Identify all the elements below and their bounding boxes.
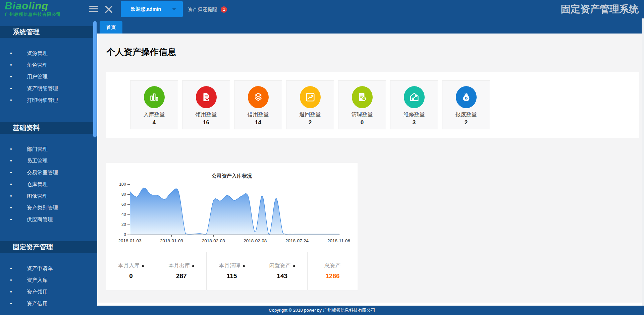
sidebar-item-label: 资产明细管理 — [27, 85, 58, 91]
sidebar-section-2[interactable]: 固定资产管理 — [0, 241, 97, 253]
sidebar: 系统管理•资源管理•角色管理•用户管理•资产明细管理•打印明细管理基础资料•部门… — [0, 18, 97, 315]
dot-icon — [192, 265, 194, 267]
sidebar-item[interactable]: •部门管理 — [0, 143, 97, 155]
sidebar-item[interactable]: •角色管理 — [0, 59, 97, 71]
page-scrollbar-track[interactable] — [642, 18, 644, 306]
sidebar-item[interactable]: •资产入库 — [0, 274, 97, 286]
summary-stat-label: 本月清理 — [207, 262, 257, 269]
sidebar-item-label: 部门管理 — [27, 146, 48, 152]
summary-stat: 本月出库287 — [156, 252, 207, 290]
summary-stat-label: 本月入库 — [106, 262, 156, 269]
sidebar-item[interactable]: •交易常量管理 — [0, 167, 97, 178]
summary-stat-value: 287 — [156, 272, 206, 280]
stat-card-label: 报废数量 — [442, 111, 490, 118]
document-clock-icon — [352, 86, 373, 108]
summary-stat-value: 143 — [257, 272, 307, 280]
stat-card-value: 3 — [390, 119, 438, 126]
tab-home[interactable]: 首页 — [100, 21, 122, 34]
sidebar-item[interactable]: •资产领用 — [0, 286, 97, 298]
svg-text:100: 100 — [119, 182, 126, 187]
summary-stat-value: 1286 — [308, 272, 358, 280]
stat-cards-panel: 入库数量4 领用数量16 借用数量14 退回数量2 清理数量0 维修数量3 $报… — [106, 72, 639, 138]
svg-text:0: 0 — [124, 232, 126, 237]
sidebar-item[interactable]: •资产明细管理 — [0, 82, 97, 94]
stat-card-label: 退回数量 — [286, 111, 334, 118]
stat-card: $报废数量2 — [442, 80, 490, 129]
sidebar-item[interactable]: •员工管理 — [0, 155, 97, 167]
return-reminder[interactable]: 资产归还提醒 1 — [188, 0, 227, 18]
bullet-icon: • — [10, 190, 27, 202]
document-check-icon — [196, 86, 217, 108]
sidebar-scrollbar-thumb[interactable] — [93, 21, 97, 137]
app-root: Biaoling 广州标领信息科技有限公司 欢迎您,admin 资产归还提醒 1… — [0, 0, 644, 315]
bar-chart-icon — [144, 86, 165, 108]
stat-card-value: 0 — [338, 119, 386, 126]
summary-stat-label: 本月出库 — [156, 262, 206, 269]
stat-cards-row: 入库数量4 领用数量16 借用数量14 退回数量2 清理数量0 维修数量3 $报… — [130, 80, 490, 129]
home-wrench-icon — [404, 86, 425, 108]
stat-card-label: 清理数量 — [338, 111, 386, 118]
svg-text:80: 80 — [121, 192, 126, 197]
stat-card-label: 入库数量 — [130, 111, 178, 118]
main-content: 个人资产操作信息 入库数量4 领用数量16 借用数量14 退回数量2 清理数量0… — [97, 34, 642, 303]
sidebar-item[interactable]: •打印明细管理 — [0, 94, 97, 106]
bullet-icon: • — [10, 286, 27, 298]
bullet-icon: • — [10, 178, 27, 190]
stat-card: 维修数量3 — [390, 80, 438, 129]
content-bottom-strip — [97, 303, 642, 306]
sidebar-item-label: 供应商管理 — [27, 216, 53, 222]
stat-card: 退回数量2 — [286, 80, 334, 129]
bullet-icon: • — [10, 47, 27, 59]
sidebar-section-1[interactable]: 基础资料 — [0, 122, 97, 134]
svg-text:2018-07-24: 2018-07-24 — [285, 238, 309, 243]
dot-icon — [293, 265, 295, 267]
svg-text:2018-02-03: 2018-02-03 — [202, 238, 225, 243]
logo-text: Biaoling — [5, 1, 85, 11]
app-title: 固定资产管理系统 — [561, 0, 639, 18]
stat-card-value: 4 — [130, 119, 178, 126]
notification-badge: 1 — [221, 6, 227, 13]
sidebar-item[interactable]: •供应商管理 — [0, 213, 97, 225]
return-reminder-label: 资产归还提醒 — [188, 7, 217, 12]
money-bag-icon: $ — [456, 86, 477, 108]
sidebar-item[interactable]: •仓库管理 — [0, 178, 97, 190]
sidebar-item[interactable]: •资源管理 — [0, 47, 97, 59]
stat-card-label: 领用数量 — [182, 111, 230, 118]
bullet-icon: • — [10, 167, 27, 178]
stat-card-value: 2 — [286, 119, 334, 126]
summary-stat: 本月入库0 — [106, 252, 156, 290]
sidebar-section-0[interactable]: 系统管理 — [0, 26, 97, 38]
layers-icon — [248, 86, 269, 108]
stat-card: 借用数量14 — [234, 80, 282, 129]
bullet-icon: • — [10, 274, 27, 286]
user-dropdown[interactable]: 欢迎您,admin — [121, 1, 183, 17]
stat-card-value: 16 — [182, 119, 230, 126]
company-logo[interactable]: Biaoling 广州标领信息科技有限公司 — [5, 1, 85, 17]
sidebar-item[interactable]: •资产类别管理 — [0, 202, 97, 213]
sidebar-item-label: 用户管理 — [27, 74, 48, 79]
menu-toggle-icon[interactable] — [89, 6, 98, 13]
svg-text:20: 20 — [121, 222, 126, 227]
logo-subtitle: 广州标领信息科技有限公司 — [5, 12, 85, 17]
tab-bar: 首页 — [97, 18, 642, 34]
stat-card-label: 维修数量 — [390, 111, 438, 118]
chevron-down-icon — [172, 8, 176, 10]
sidebar-item-label: 资产类别管理 — [27, 205, 58, 210]
bullet-icon: • — [10, 59, 27, 71]
dot-icon — [243, 265, 245, 267]
sidebar-item-label: 交易常量管理 — [27, 170, 58, 175]
sidebar-item[interactable]: •资产申请单 — [0, 262, 97, 274]
sidebar-menu-0: •资源管理•角色管理•用户管理•资产明细管理•打印明细管理 — [0, 38, 97, 112]
stat-card: 入库数量4 — [130, 80, 178, 129]
welcome-label: 欢迎您,admin — [131, 6, 161, 12]
summary-stat-label: 闲置资产 — [257, 262, 307, 269]
sidebar-item[interactable]: •图像管理 — [0, 190, 97, 202]
sidebar-item[interactable]: •用户管理 — [0, 71, 97, 82]
summary-stat-label: 总资产 — [308, 262, 358, 269]
sidebar-item-label: 资产领用 — [27, 289, 48, 295]
stat-card: 领用数量16 — [182, 80, 230, 129]
close-icon[interactable] — [105, 5, 113, 13]
sidebar-item-label: 图像管理 — [27, 193, 48, 199]
svg-text:2018-01-09: 2018-01-09 — [160, 238, 183, 243]
summary-stat: 本月清理115 — [207, 252, 257, 290]
